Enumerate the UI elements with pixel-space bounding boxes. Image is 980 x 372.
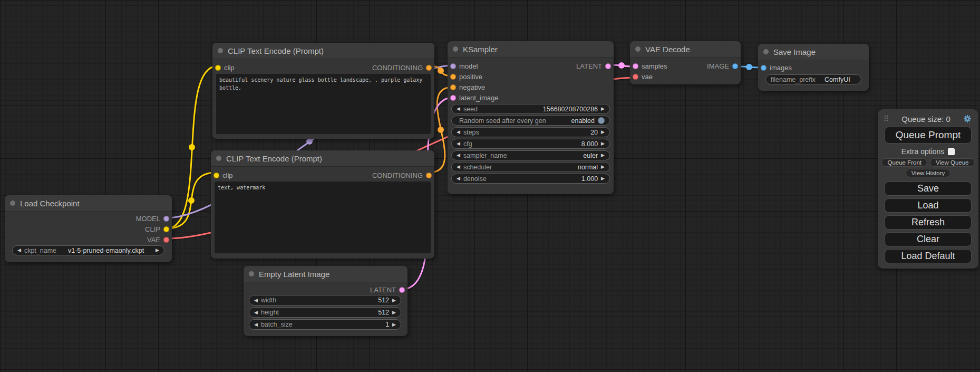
- samples-input-label: samples: [642, 62, 667, 70]
- drag-handle-icon[interactable]: [885, 116, 889, 122]
- ckpt-name-widget[interactable]: ◀ ckpt_name v1-5-pruned-emaonly.ckpt ▶: [12, 245, 164, 255]
- increment-arrow-icon[interactable]: ▶: [601, 153, 605, 158]
- decrement-arrow-icon[interactable]: ◀: [254, 322, 258, 327]
- node-load-checkpoint[interactable]: Load Checkpoint MODEL CLIP VAE ◀ ckpt_na…: [5, 195, 172, 262]
- positive-input-port[interactable]: [450, 74, 456, 80]
- increment-arrow-icon[interactable]: ▶: [392, 310, 396, 315]
- widget-value: normal: [578, 164, 598, 171]
- widget-label: height: [261, 309, 279, 316]
- queue-panel[interactable]: Queue size: 0 Queue Prompt Extra options…: [878, 109, 978, 269]
- view-history-button[interactable]: View History: [906, 169, 951, 177]
- samples-input-port[interactable]: [633, 63, 638, 69]
- node-header[interactable]: Empty Latent Image: [244, 266, 407, 282]
- random-seed-widget[interactable]: Random seed after every gen enabled: [451, 116, 610, 126]
- load-default-button[interactable]: Load Default: [885, 249, 972, 263]
- queue-front-button[interactable]: Queue Front: [881, 158, 927, 167]
- conditioning-output-port[interactable]: [426, 173, 432, 178]
- clear-button[interactable]: Clear: [885, 232, 972, 246]
- model-output-port[interactable]: [163, 216, 169, 222]
- widget-value: 20: [590, 129, 598, 136]
- negative-input-port[interactable]: [450, 84, 456, 90]
- node-clip-text-encode-positive[interactable]: CLIP Text Encode (Prompt) clip CONDITION…: [212, 43, 434, 139]
- decrement-arrow-icon[interactable]: ◀: [457, 165, 460, 169]
- refresh-button[interactable]: Refresh: [885, 215, 972, 230]
- vae-input-port[interactable]: [633, 74, 638, 80]
- model-input-port[interactable]: [450, 63, 456, 69]
- image-output-port[interactable]: [732, 63, 738, 69]
- sampler-name-widget[interactable]: ◀ sampler_name euler ▶: [451, 150, 610, 160]
- collapse-dot-icon[interactable]: [453, 46, 458, 52]
- negative-prompt-textarea[interactable]: text, watermark: [215, 182, 431, 253]
- images-input-port[interactable]: [761, 65, 766, 71]
- view-queue-button[interactable]: View Queue: [930, 158, 974, 167]
- widget-value: enabled: [571, 117, 595, 125]
- node-title: CLIP Text Encode (Prompt): [228, 46, 324, 55]
- node-header[interactable]: Save Image: [758, 44, 869, 60]
- collapse-dot-icon[interactable]: [218, 48, 223, 53]
- widget-label: scheduler: [463, 164, 492, 171]
- positive-prompt-textarea[interactable]: beautiful scenery nature glass bottle la…: [216, 74, 431, 134]
- height-widget[interactable]: ◀ height 512 ▶: [249, 307, 401, 318]
- steps-widget[interactable]: ◀ steps 20 ▶: [451, 127, 610, 137]
- node-ksampler[interactable]: KSampler model LATENT positive negative …: [448, 41, 614, 194]
- widget-label: sampler_name: [463, 152, 507, 159]
- increment-arrow-icon[interactable]: ▶: [601, 107, 605, 111]
- node-clip-text-encode-negative[interactable]: CLIP Text Encode (Prompt) clip CONDITION…: [211, 150, 434, 259]
- decrement-arrow-icon[interactable]: ◀: [457, 130, 460, 135]
- node-vae-decode[interactable]: VAE Decode samples IMAGE vae: [630, 41, 741, 84]
- clip-output-port[interactable]: [163, 226, 169, 232]
- increment-arrow-icon[interactable]: ▶: [601, 176, 605, 181]
- latent-output-port[interactable]: [605, 63, 611, 69]
- clip-input-port[interactable]: [215, 65, 221, 71]
- node-header[interactable]: VAE Decode: [630, 41, 741, 58]
- conditioning-output-port[interactable]: [426, 65, 432, 71]
- latent-output-port[interactable]: [399, 287, 405, 293]
- decrement-arrow-icon[interactable]: ◀: [457, 153, 460, 158]
- decrement-arrow-icon[interactable]: ◀: [457, 176, 460, 181]
- load-button[interactable]: Load: [885, 198, 972, 213]
- link-midpoint-dot: [438, 68, 444, 74]
- negative-input-label: negative: [459, 83, 485, 91]
- width-widget[interactable]: ◀ width 512 ▶: [249, 295, 401, 306]
- node-header[interactable]: CLIP Text Encode (Prompt): [211, 150, 434, 167]
- decrement-arrow-icon[interactable]: ◀: [254, 298, 258, 303]
- node-header[interactable]: KSampler: [448, 41, 614, 58]
- decrement-arrow-icon[interactable]: ◀: [17, 248, 21, 253]
- node-save-image[interactable]: Save Image images filename_prefix ComfyU…: [758, 44, 869, 91]
- queue-prompt-button[interactable]: Queue Prompt: [885, 127, 972, 144]
- node-empty-latent-image[interactable]: Empty Latent Image LATENT ◀ width 512 ▶ …: [244, 266, 407, 336]
- increment-arrow-icon[interactable]: ▶: [601, 165, 605, 169]
- scheduler-widget[interactable]: ◀ scheduler normal ▶: [451, 162, 610, 172]
- latent-image-input-port[interactable]: [450, 95, 456, 101]
- settings-gear-icon[interactable]: [963, 115, 972, 123]
- decrement-arrow-icon[interactable]: ◀: [457, 141, 460, 146]
- latent-output-label: LATENT: [370, 286, 396, 294]
- conditioning-output-label: CONDITIONING: [372, 64, 423, 72]
- random-seed-toggle[interactable]: [598, 117, 605, 124]
- extra-options-checkbox[interactable]: [948, 148, 955, 155]
- filename-prefix-widget[interactable]: filename_prefix ComfyUI: [765, 74, 861, 84]
- seed-widget[interactable]: ◀ seed 156680208700286 ▶: [451, 104, 610, 114]
- widget-label: steps: [463, 129, 479, 136]
- node-header[interactable]: CLIP Text Encode (Prompt): [212, 43, 434, 59]
- collapse-dot-icon[interactable]: [763, 49, 769, 54]
- collapse-dot-icon[interactable]: [249, 271, 254, 276]
- collapse-dot-icon[interactable]: [10, 201, 15, 206]
- increment-arrow-icon[interactable]: ▶: [601, 130, 605, 135]
- clip-input-port[interactable]: [214, 173, 219, 178]
- node-header[interactable]: Load Checkpoint: [5, 195, 172, 212]
- collapse-dot-icon[interactable]: [635, 46, 641, 52]
- node-graph-canvas[interactable]: Load Checkpoint MODEL CLIP VAE ◀ ckpt_na…: [0, 0, 980, 372]
- batch-size-widget[interactable]: ◀ batch_size 1 ▶: [249, 319, 401, 330]
- decrement-arrow-icon[interactable]: ◀: [254, 310, 258, 315]
- increment-arrow-icon[interactable]: ▶: [601, 141, 605, 146]
- decrement-arrow-icon[interactable]: ◀: [457, 107, 460, 111]
- cfg-widget[interactable]: ◀ cfg 8.000 ▶: [451, 139, 610, 149]
- vae-output-port[interactable]: [163, 237, 169, 243]
- denoise-widget[interactable]: ◀ denoise 1.000 ▶: [451, 174, 610, 184]
- increment-arrow-icon[interactable]: ▶: [156, 248, 159, 253]
- increment-arrow-icon[interactable]: ▶: [392, 322, 396, 327]
- collapse-dot-icon[interactable]: [216, 156, 221, 161]
- increment-arrow-icon[interactable]: ▶: [392, 298, 396, 303]
- save-button[interactable]: Save: [885, 182, 972, 196]
